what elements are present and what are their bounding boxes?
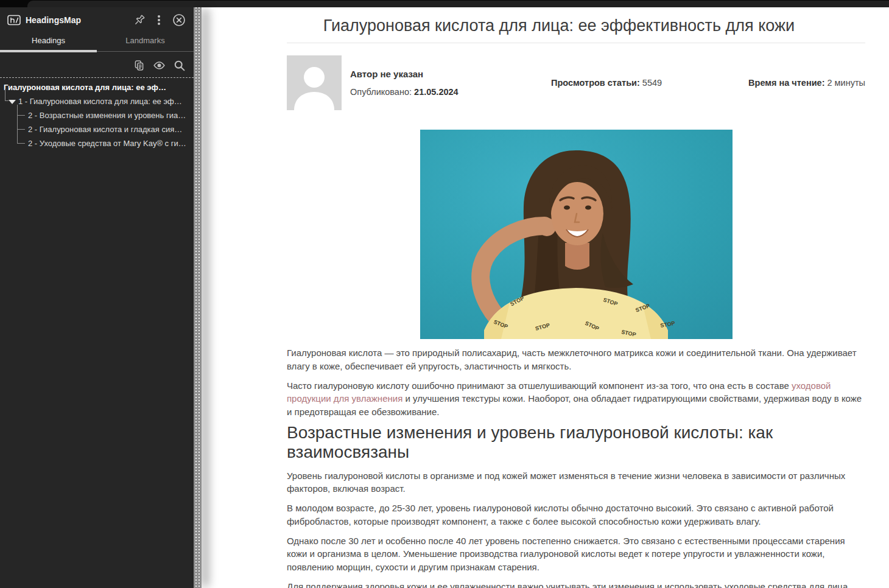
search-icon[interactable] <box>173 59 186 72</box>
tree-line <box>17 105 18 143</box>
author-name: Автор не указан <box>350 69 459 79</box>
panel-resizer-handle[interactable] <box>194 7 202 588</box>
panel-header: HeadingsMap <box>0 7 194 29</box>
tree-root-title[interactable]: Гиалуроновая кислота для лица: ее эф… <box>4 83 166 92</box>
article: Гиалуроновая кислота для лица: ее эффект… <box>287 16 865 588</box>
paragraph-text: Часто гиалуроновую кислоту ошибочно прин… <box>287 380 792 391</box>
paragraph-intro-2: Часто гиалуроновую кислоту ошибочно прин… <box>287 379 865 418</box>
tree-item-h2-marykay[interactable]: 2 - Уходовые средства от Mary Kay® с ги… <box>28 139 186 148</box>
eye-icon[interactable] <box>152 59 166 72</box>
paragraph-section-2: В молодом возрасте, до 25-30 лет, уровен… <box>287 502 865 528</box>
tab-headings[interactable]: Headings <box>0 33 97 51</box>
article-title: Гиалуроновая кислота для лица: ее эффект… <box>287 16 865 35</box>
tree-line <box>17 129 25 130</box>
panel-tabs: Headings Landmarks <box>0 33 194 52</box>
published-label: Опубликовано: <box>350 87 412 97</box>
tree-item-h1[interactable]: 1 - Гиалуроновая кислота для лица: ее эф… <box>18 97 182 106</box>
web-page: Гиалуроновая кислота для лица: ее эффект… <box>202 7 889 588</box>
headings-tree: Гиалуроновая кислота для лица: ее эф… 1 … <box>0 78 194 157</box>
paragraph-intro-1: Гиалуроновая кислота — это природный пол… <box>287 346 865 373</box>
title-divider <box>287 43 865 43</box>
tab-landmarks[interactable]: Landmarks <box>97 33 194 51</box>
expand-arrow-icon[interactable] <box>9 100 16 104</box>
kebab-menu-icon[interactable] <box>153 14 164 26</box>
views-value: 5549 <box>642 78 662 88</box>
published-line: Опубликовано: 21.05.2024 <box>350 87 459 97</box>
paragraph-section-4: Для поддержания здоровья кожи и ее увлаж… <box>287 580 865 588</box>
paragraph-section-1: Уровень гиалуроновой кислоты в организме… <box>287 469 865 495</box>
article-meta: Автор не указан Опубликовано: 21.05.2024… <box>287 55 865 110</box>
copy-icon[interactable] <box>133 59 146 72</box>
author-block: Автор не указан Опубликовано: 21.05.2024 <box>350 69 459 97</box>
headingsmap-panel: HeadingsMap Headings Landmarks <box>0 7 194 588</box>
avatar <box>287 55 342 110</box>
tree-line <box>17 115 25 116</box>
reading-time-label: Время на чтение: <box>748 78 824 88</box>
headingsmap-logo-icon <box>7 15 21 26</box>
panel-title: HeadingsMap <box>26 15 125 25</box>
close-icon[interactable] <box>172 13 186 27</box>
tree-item-h2-smooth[interactable]: 2 - Гиалуроновая кислота и гладкая сия… <box>28 125 182 134</box>
views-counter: Просмотров статьи: 5549 <box>551 78 662 88</box>
published-date: 21.05.2024 <box>414 87 459 97</box>
paragraph-section-3: Однако после 30 лет и особенно после 40 … <box>287 534 865 573</box>
browser-window-edge <box>27 1 889 7</box>
reading-time-value: 2 минуты <box>828 78 865 88</box>
browser-top-strip <box>0 0 889 7</box>
article-hero-image: STOP STOP STOP STOP STOP STOP STOP STOP <box>420 130 733 339</box>
section-heading-age-changes: Возрастные изменения и уровень гиалуроно… <box>287 423 865 463</box>
pin-icon[interactable] <box>133 13 146 27</box>
views-label: Просмотров статьи: <box>551 78 640 88</box>
tree-line <box>5 89 5 100</box>
panel-toolbar <box>0 52 194 77</box>
tree-item-h2-age[interactable]: 2 - Возрастные изменения и уровень гиа… <box>28 111 186 120</box>
reading-time: Время на чтение: 2 минуты <box>748 78 865 88</box>
tree-line <box>17 143 25 144</box>
